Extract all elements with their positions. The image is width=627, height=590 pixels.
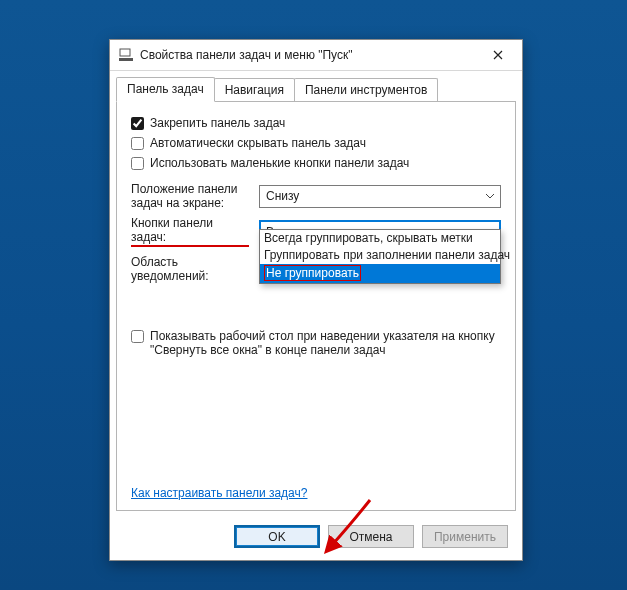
- tab-toolbars[interactable]: Панели инструментов: [294, 78, 438, 102]
- checkbox-input[interactable]: [131, 330, 144, 343]
- tab-taskbar[interactable]: Панель задач: [116, 77, 215, 102]
- label-position: Положение панели задач на экране:: [131, 182, 249, 210]
- close-button[interactable]: [478, 41, 518, 69]
- checkbox-autohide[interactable]: Автоматически скрывать панель задач: [131, 136, 501, 150]
- label-taskbar-buttons: Кнопки панели задач:: [131, 216, 249, 247]
- checkbox-label: Использовать маленькие кнопки панели зад…: [150, 156, 409, 170]
- option-label: Не группировать: [266, 266, 359, 280]
- combo-value: Снизу: [266, 189, 481, 203]
- checkbox-lock-taskbar[interactable]: Закрепить панель задач: [131, 116, 501, 130]
- dropdown-option[interactable]: Всегда группировать, скрывать метки: [260, 230, 500, 247]
- combo-position[interactable]: Снизу: [259, 185, 501, 208]
- option-label: Всегда группировать, скрывать метки: [264, 231, 473, 245]
- tab-body: Закрепить панель задач Автоматически скр…: [116, 102, 516, 511]
- desktop: Свойства панели задач и меню "Пуск" Пане…: [0, 0, 627, 590]
- cancel-button[interactable]: Отмена: [328, 525, 414, 548]
- label-text: Кнопки панели задач:: [131, 216, 249, 247]
- checkbox-label: Автоматически скрывать панель задач: [150, 136, 366, 150]
- label-notification-area: Область уведомлений:: [131, 255, 249, 283]
- option-label: Группировать при заполнении панели задач: [264, 248, 510, 262]
- checkbox-label: Закрепить панель задач: [150, 116, 285, 130]
- checkbox-input[interactable]: [131, 157, 144, 170]
- checkbox-input[interactable]: [131, 117, 144, 130]
- ok-button[interactable]: OK: [234, 525, 320, 548]
- taskbar-properties-window: Свойства панели задач и меню "Пуск" Пане…: [109, 39, 523, 561]
- tab-navigation[interactable]: Навигация: [214, 78, 295, 102]
- dialog-button-bar: OK Отмена Применить: [110, 517, 522, 560]
- tab-label: Навигация: [225, 83, 284, 97]
- svg-rect-0: [120, 49, 130, 56]
- dropdown-option-selected[interactable]: Не группировать: [260, 264, 500, 283]
- row-position: Положение панели задач на экране: Снизу: [131, 182, 501, 210]
- tab-strip: Панель задач Навигация Панели инструмент…: [110, 71, 522, 102]
- help-link[interactable]: Как настраивать панели задач?: [131, 486, 501, 500]
- checkbox-input[interactable]: [131, 137, 144, 150]
- checkbox-label: Показывать рабочий стол при наведении ук…: [150, 329, 501, 357]
- tab-label: Панель задач: [127, 82, 204, 96]
- checkbox-small-buttons[interactable]: Использовать маленькие кнопки панели зад…: [131, 156, 501, 170]
- dropdown-option[interactable]: Группировать при заполнении панели задач: [260, 247, 500, 264]
- chevron-down-icon: [481, 188, 498, 205]
- close-icon: [493, 48, 503, 63]
- tab-label: Панели инструментов: [305, 83, 427, 97]
- titlebar[interactable]: Свойства панели задач и меню "Пуск": [110, 40, 522, 71]
- window-icon: [118, 47, 134, 63]
- svg-rect-1: [119, 58, 133, 61]
- dropdown-taskbar-buttons: Всегда группировать, скрывать метки Груп…: [259, 229, 501, 284]
- apply-button[interactable]: Применить: [422, 525, 508, 548]
- window-title: Свойства панели задач и меню "Пуск": [140, 48, 478, 62]
- checkbox-peek-desktop[interactable]: Показывать рабочий стол при наведении ук…: [131, 329, 501, 357]
